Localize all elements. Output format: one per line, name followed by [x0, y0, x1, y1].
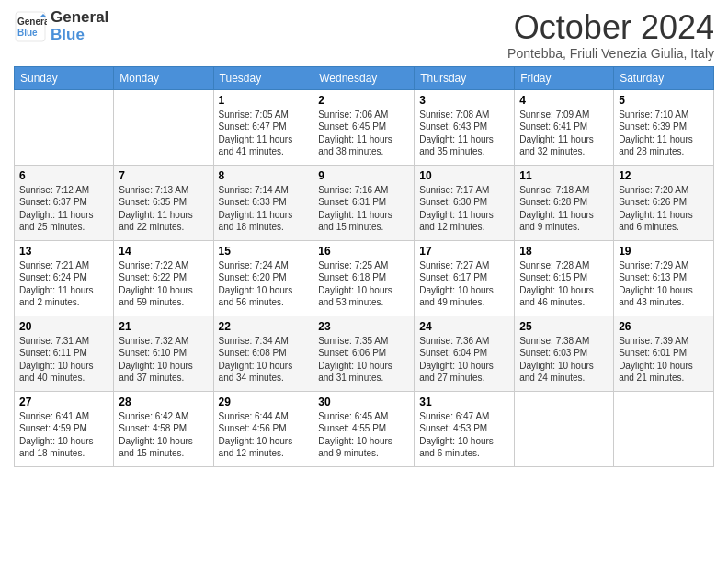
day-info: Sunrise: 6:41 AMSunset: 4:59 PMDaylight:…: [19, 411, 94, 459]
day-number: 2: [318, 94, 409, 107]
calendar-cell: 5 Sunrise: 7:10 AMSunset: 6:39 PMDayligh…: [614, 89, 714, 165]
logo-text: General Blue: [51, 9, 108, 43]
calendar-cell: [114, 89, 213, 165]
day-info: Sunrise: 7:34 AMSunset: 6:08 PMDaylight:…: [219, 336, 293, 384]
weekday-header-saturday: Saturday: [614, 66, 714, 89]
day-info: Sunrise: 7:13 AMSunset: 6:35 PMDaylight:…: [119, 185, 193, 233]
day-info: Sunrise: 7:21 AMSunset: 6:24 PMDaylight:…: [19, 260, 94, 308]
calendar-cell: [15, 89, 114, 165]
calendar-week-2: 6 Sunrise: 7:12 AMSunset: 6:37 PMDayligh…: [15, 165, 714, 240]
weekday-header-monday: Monday: [114, 66, 213, 89]
day-info: Sunrise: 7:39 AMSunset: 6:01 PMDaylight:…: [619, 336, 693, 384]
day-info: Sunrise: 6:42 AMSunset: 4:58 PMDaylight:…: [119, 411, 193, 459]
logo-blue-text: Blue: [51, 27, 108, 44]
day-number: 16: [318, 245, 409, 258]
day-number: 20: [19, 320, 108, 333]
calendar-cell: 3 Sunrise: 7:08 AMSunset: 6:43 PMDayligh…: [415, 89, 515, 165]
calendar-cell: 7 Sunrise: 7:13 AMSunset: 6:35 PMDayligh…: [114, 165, 213, 240]
calendar-cell: 14 Sunrise: 7:22 AMSunset: 6:22 PMDaylig…: [114, 240, 213, 316]
calendar-week-3: 13 Sunrise: 7:21 AMSunset: 6:24 PMDaylig…: [15, 240, 714, 316]
calendar-cell: 25 Sunrise: 7:38 AMSunset: 6:03 PMDaylig…: [515, 316, 614, 391]
calendar-cell: 31 Sunrise: 6:47 AMSunset: 4:53 PMDaylig…: [415, 391, 515, 466]
calendar-cell: 24 Sunrise: 7:36 AMSunset: 6:04 PMDaylig…: [415, 316, 515, 391]
calendar-cell: 23 Sunrise: 7:35 AMSunset: 6:06 PMDaylig…: [313, 316, 415, 391]
calendar-cell: 19 Sunrise: 7:29 AMSunset: 6:13 PMDaylig…: [614, 240, 714, 316]
day-info: Sunrise: 7:35 AMSunset: 6:06 PMDaylight:…: [318, 336, 392, 384]
day-info: Sunrise: 6:45 AMSunset: 4:55 PMDaylight:…: [318, 411, 392, 459]
calendar-cell: 26 Sunrise: 7:39 AMSunset: 6:01 PMDaylig…: [614, 316, 714, 391]
month-title: October 2024: [507, 9, 714, 46]
day-info: Sunrise: 7:25 AMSunset: 6:18 PMDaylight:…: [318, 260, 392, 308]
calendar-cell: 27 Sunrise: 6:41 AMSunset: 4:59 PMDaylig…: [15, 391, 114, 466]
day-info: Sunrise: 6:44 AMSunset: 4:56 PMDaylight:…: [219, 411, 293, 459]
day-info: Sunrise: 7:18 AMSunset: 6:28 PMDaylight:…: [519, 185, 594, 233]
weekday-header-sunday: Sunday: [15, 66, 114, 89]
day-number: 4: [519, 94, 609, 107]
calendar-cell: 8 Sunrise: 7:14 AMSunset: 6:33 PMDayligh…: [213, 165, 313, 240]
day-number: 3: [419, 94, 509, 107]
location-title: Pontebba, Friuli Venezia Giulia, Italy: [507, 46, 714, 61]
page: General Blue General Blue October 2024 P…: [0, 0, 728, 477]
day-info: Sunrise: 7:32 AMSunset: 6:10 PMDaylight:…: [119, 336, 193, 384]
day-number: 28: [119, 396, 208, 408]
day-info: Sunrise: 7:27 AMSunset: 6:17 PMDaylight:…: [419, 260, 494, 308]
day-info: Sunrise: 7:29 AMSunset: 6:13 PMDaylight:…: [619, 260, 693, 308]
calendar-cell: 16 Sunrise: 7:25 AMSunset: 6:18 PMDaylig…: [313, 240, 415, 316]
calendar-cell: 4 Sunrise: 7:09 AMSunset: 6:41 PMDayligh…: [515, 89, 614, 165]
day-info: Sunrise: 6:47 AMSunset: 4:53 PMDaylight:…: [419, 411, 494, 459]
day-number: 13: [19, 245, 108, 258]
day-number: 30: [318, 396, 409, 408]
day-number: 1: [219, 94, 309, 107]
day-info: Sunrise: 7:16 AMSunset: 6:31 PMDaylight:…: [318, 185, 392, 233]
day-number: 6: [19, 169, 108, 182]
day-info: Sunrise: 7:31 AMSunset: 6:11 PMDaylight:…: [19, 336, 94, 384]
calendar-cell: 9 Sunrise: 7:16 AMSunset: 6:31 PMDayligh…: [313, 165, 415, 240]
day-info: Sunrise: 7:28 AMSunset: 6:15 PMDaylight:…: [519, 260, 594, 308]
day-info: Sunrise: 7:14 AMSunset: 6:33 PMDaylight:…: [219, 185, 293, 233]
svg-text:General: General: [17, 17, 47, 27]
weekday-header-thursday: Thursday: [415, 66, 515, 89]
day-number: 24: [419, 320, 509, 333]
day-number: 26: [619, 320, 709, 333]
day-number: 17: [419, 245, 509, 258]
day-info: Sunrise: 7:08 AMSunset: 6:43 PMDaylight:…: [419, 109, 494, 157]
calendar-cell: 21 Sunrise: 7:32 AMSunset: 6:10 PMDaylig…: [114, 316, 213, 391]
day-info: Sunrise: 7:12 AMSunset: 6:37 PMDaylight:…: [19, 185, 94, 233]
logo: General Blue General Blue: [14, 9, 108, 43]
calendar-week-4: 20 Sunrise: 7:31 AMSunset: 6:11 PMDaylig…: [15, 316, 714, 391]
calendar-week-1: 1 Sunrise: 7:05 AMSunset: 6:47 PMDayligh…: [15, 89, 714, 165]
calendar-cell: [515, 391, 614, 466]
day-number: 19: [619, 245, 709, 258]
day-number: 5: [619, 94, 709, 107]
day-number: 10: [419, 169, 509, 182]
weekday-header-friday: Friday: [515, 66, 614, 89]
day-info: Sunrise: 7:24 AMSunset: 6:20 PMDaylight:…: [219, 260, 293, 308]
calendar-cell: 6 Sunrise: 7:12 AMSunset: 6:37 PMDayligh…: [15, 165, 114, 240]
header: General Blue General Blue October 2024 P…: [14, 9, 714, 61]
calendar-cell: 2 Sunrise: 7:06 AMSunset: 6:45 PMDayligh…: [313, 89, 415, 165]
calendar-cell: 22 Sunrise: 7:34 AMSunset: 6:08 PMDaylig…: [213, 316, 313, 391]
day-info: Sunrise: 7:20 AMSunset: 6:26 PMDaylight:…: [619, 185, 693, 233]
logo-icon: General Blue: [14, 10, 47, 43]
weekday-header-row: SundayMondayTuesdayWednesdayThursdayFrid…: [15, 66, 714, 89]
calendar-cell: 30 Sunrise: 6:45 AMSunset: 4:55 PMDaylig…: [313, 391, 415, 466]
day-number: 14: [119, 245, 208, 258]
day-info: Sunrise: 7:09 AMSunset: 6:41 PMDaylight:…: [519, 109, 594, 157]
day-info: Sunrise: 7:05 AMSunset: 6:47 PMDaylight:…: [219, 109, 293, 157]
calendar-cell: 13 Sunrise: 7:21 AMSunset: 6:24 PMDaylig…: [15, 240, 114, 316]
day-number: 25: [519, 320, 609, 333]
calendar-cell: 11 Sunrise: 7:18 AMSunset: 6:28 PMDaylig…: [515, 165, 614, 240]
calendar-cell: 10 Sunrise: 7:17 AMSunset: 6:30 PMDaylig…: [415, 165, 515, 240]
day-number: 21: [119, 320, 208, 333]
day-number: 27: [19, 396, 108, 408]
calendar-cell: 12 Sunrise: 7:20 AMSunset: 6:26 PMDaylig…: [614, 165, 714, 240]
day-number: 9: [318, 169, 409, 182]
day-number: 8: [219, 169, 309, 182]
calendar-cell: [614, 391, 714, 466]
day-info: Sunrise: 7:17 AMSunset: 6:30 PMDaylight:…: [419, 185, 494, 233]
calendar-cell: 28 Sunrise: 6:42 AMSunset: 4:58 PMDaylig…: [114, 391, 213, 466]
day-number: 29: [219, 396, 309, 408]
calendar-cell: 17 Sunrise: 7:27 AMSunset: 6:17 PMDaylig…: [415, 240, 515, 316]
day-number: 7: [119, 169, 208, 182]
weekday-header-wednesday: Wednesday: [313, 66, 415, 89]
